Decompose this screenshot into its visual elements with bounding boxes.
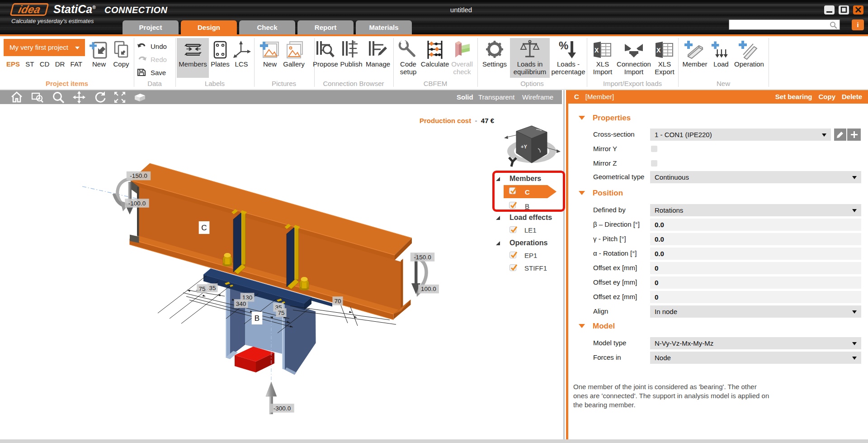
svg-text:X: X — [656, 47, 661, 54]
svg-text:C: C — [201, 224, 207, 232]
svg-text:35: 35 — [209, 285, 216, 291]
svg-text:-100.0: -100.0 — [128, 200, 146, 207]
svg-text:%: % — [559, 39, 568, 52]
svg-text:75: 75 — [278, 310, 284, 316]
svg-text:X: X — [594, 47, 599, 54]
svg-text:100.0: 100.0 — [421, 286, 436, 292]
svg-text:+Y: +Y — [521, 144, 527, 149]
svg-text:B: B — [255, 314, 259, 323]
svg-text:-150.0: -150.0 — [414, 254, 431, 261]
svg-text:-150.0: -150.0 — [130, 172, 147, 179]
svg-text:70: 70 — [334, 298, 341, 305]
svg-text:75: 75 — [198, 286, 205, 292]
svg-text:-300.0: -300.0 — [274, 405, 291, 412]
svg-text:340: 340 — [236, 300, 246, 307]
